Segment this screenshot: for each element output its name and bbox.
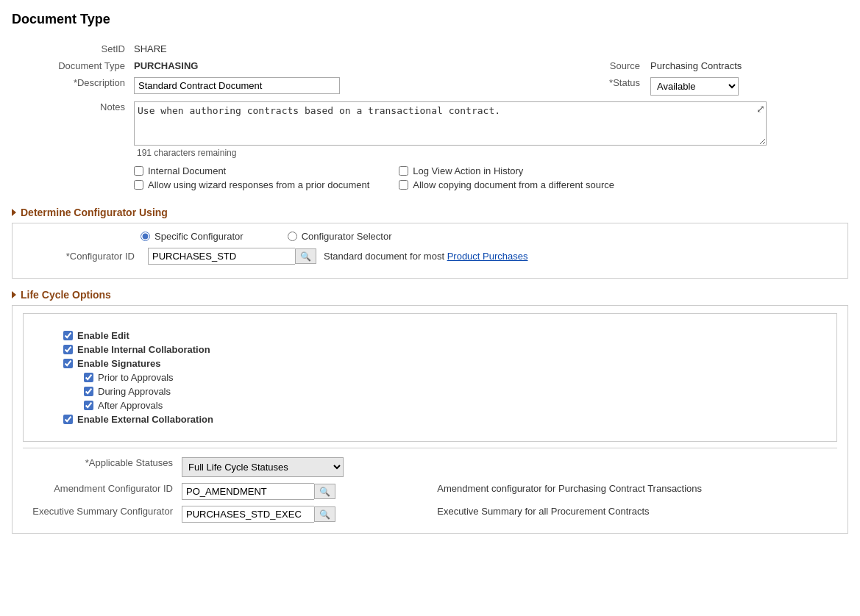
enable-external-collab-checkbox[interactable] <box>63 415 73 424</box>
configurator-id-label: *Configurator ID <box>23 251 141 262</box>
enable-internal-collab-label: Enable Internal Collaboration <box>77 344 210 355</box>
configurator-selector-radio[interactable] <box>288 232 297 241</box>
doctype-value: PURCHASING <box>129 57 563 74</box>
lifecycle-collapse-icon <box>12 291 16 298</box>
selector-configurator-radio-row: Configurator Selector <box>288 231 392 242</box>
checkbox-group: Internal Document Allow using wizard res… <box>134 162 844 193</box>
after-approvals-label: After Approvals <box>98 400 163 411</box>
exec-summary-label: Executive Summary Configurator <box>23 503 177 526</box>
status-label: *Status <box>563 74 646 99</box>
specific-configurator-radio[interactable] <box>141 232 150 241</box>
notes-cell: Use when authoring contracts based on a … <box>129 99 848 196</box>
lifecycle-divider <box>23 448 837 448</box>
enable-edit-checkbox[interactable] <box>63 331 73 340</box>
left-checkboxes: Internal Document Allow using wizard res… <box>134 162 369 193</box>
amendment-id-input[interactable]: PO_AMENDMENT <box>182 483 314 500</box>
exec-summary-description: Executive Summary for all Procurement Co… <box>428 503 837 526</box>
lifecycle-section-header[interactable]: Life Cycle Options <box>12 289 848 301</box>
configurator-id-input[interactable]: PURCHASES_STD <box>148 248 295 265</box>
applicable-statuses-label: *Applicable Statuses <box>23 454 177 480</box>
amendment-description: Amendment configurator for Purchasing Co… <box>428 480 837 503</box>
wizard-label: Allow using wizard responses from a prio… <box>148 179 369 190</box>
status-select[interactable]: Available Inactive <box>650 77 739 96</box>
setid-value: SHARE <box>129 40 563 57</box>
configurator-id-field: PURCHASES_STD 🔍 <box>148 248 316 265</box>
exec-summary-search-button[interactable]: 🔍 <box>314 506 335 522</box>
prior-to-approvals-checkbox[interactable] <box>84 373 93 382</box>
lifecycle-checkboxes-box: Enable Edit Enable Internal Collaboratio… <box>23 313 837 442</box>
during-approvals-checkbox[interactable] <box>84 387 93 396</box>
exec-summary-cell: PURCHASES_STD_EXEC 🔍 <box>177 503 428 526</box>
internal-doc-checkbox[interactable] <box>134 166 143 176</box>
signatures-sub-options: Prior to Approvals During Approvals Afte… <box>84 372 797 411</box>
notes-label: Notes <box>12 99 129 196</box>
description-label: *Description <box>12 74 129 99</box>
during-approvals-label: During Approvals <box>98 386 171 397</box>
notes-textarea[interactable]: Use when authoring contracts based on a … <box>134 101 767 146</box>
amendment-id-label: Amendment Configurator ID <box>23 480 177 503</box>
configurator-section-box: Specific Configurator Configurator Selec… <box>12 223 848 279</box>
log-view-checkbox[interactable] <box>399 166 408 176</box>
allow-copy-checkbox[interactable] <box>399 180 408 190</box>
search-icon-2: 🔍 <box>319 487 330 497</box>
lifecycle-section-box: Enable Edit Enable Internal Collaboratio… <box>12 305 848 534</box>
notes-expand-icon[interactable]: ⤢ <box>756 103 765 115</box>
doctype-label: Document Type <box>12 57 129 74</box>
configurator-collapse-icon <box>12 209 16 216</box>
specific-configurator-radio-row: Specific Configurator <box>141 231 244 242</box>
enable-external-collab-label: Enable External Collaboration <box>77 414 213 425</box>
search-icon-3: 🔍 <box>319 509 330 520</box>
amendment-id-search-button[interactable]: 🔍 <box>314 484 335 499</box>
right-checkboxes: Log View Action in History Allow copying… <box>399 162 614 193</box>
wizard-checkbox[interactable] <box>134 180 143 190</box>
enable-edit-label: Enable Edit <box>77 330 129 341</box>
applicable-statuses-cell: Full Life Cycle Statuses <box>177 454 428 480</box>
description-field-cell: Standard Contract Document <box>129 74 563 99</box>
enable-signatures-checkbox[interactable] <box>63 359 73 368</box>
exec-summary-input[interactable]: PURCHASES_STD_EXEC <box>182 506 314 523</box>
chars-remaining: 191 characters remaining <box>137 148 844 158</box>
enable-signatures-label: Enable Signatures <box>77 358 160 369</box>
internal-doc-label: Internal Document <box>148 165 226 176</box>
setid-label: SetID <box>12 40 129 57</box>
enable-internal-collab-checkbox[interactable] <box>63 345 73 354</box>
source-value: Purchasing Contracts <box>646 57 848 74</box>
source-label: Source <box>563 57 646 74</box>
configurator-description: Standard document for most Product Purch… <box>324 251 528 262</box>
configurator-section-header[interactable]: Determine Configurator Using <box>12 207 848 218</box>
status-select-cell: Available Inactive <box>646 74 848 99</box>
after-approvals-checkbox[interactable] <box>84 401 93 410</box>
log-view-label: Log View Action in History <box>413 165 523 176</box>
lifecycle-section-title: Life Cycle Options <box>21 289 111 301</box>
amendment-id-cell: PO_AMENDMENT 🔍 <box>177 480 428 503</box>
search-icon: 🔍 <box>300 251 311 262</box>
configurator-id-search-button[interactable]: 🔍 <box>295 248 316 264</box>
page-title: Document Type <box>12 12 848 27</box>
allow-copy-label: Allow copying document from a different … <box>413 179 614 190</box>
product-purchases-link[interactable]: Product Purchases <box>447 251 528 262</box>
description-input[interactable]: Standard Contract Document <box>134 77 340 94</box>
prior-to-approvals-label: Prior to Approvals <box>98 372 174 383</box>
applicable-statuses-select[interactable]: Full Life Cycle Statuses <box>182 457 344 477</box>
specific-configurator-label: Specific Configurator <box>154 231 244 242</box>
configurator-selector-label: Configurator Selector <box>302 231 392 242</box>
configurator-section-title: Determine Configurator Using <box>21 207 168 218</box>
